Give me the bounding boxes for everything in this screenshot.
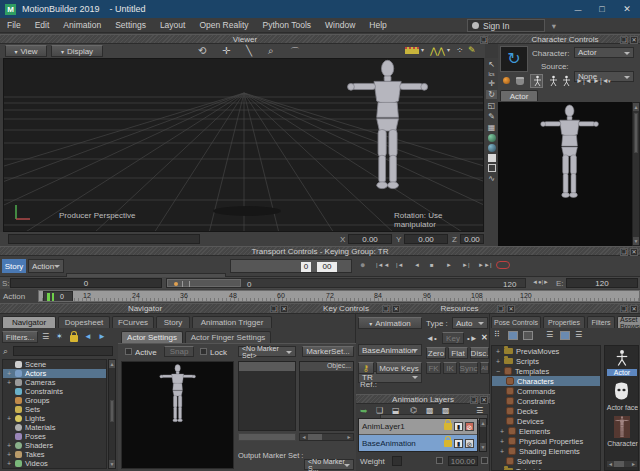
tree-scripts[interactable]: +Scripts	[492, 356, 600, 366]
pan-tool-icon[interactable]: ✛	[222, 45, 230, 56]
tree-item-cameras[interactable]: +Cameras	[3, 378, 106, 387]
character-select[interactable]: Actor	[574, 47, 634, 58]
range-track[interactable]: 0 120	[166, 278, 526, 288]
flat-button[interactable]: Flat	[448, 347, 468, 359]
navigator-close-icon[interactable]: ✕	[280, 305, 288, 313]
lock-filter-icon[interactable]	[70, 335, 78, 342]
list-view-icon[interactable]: ☰	[546, 330, 553, 339]
active-checkbox[interactable]	[125, 348, 132, 355]
character-view[interactable]	[498, 102, 632, 246]
story-toggle[interactable]: Story	[2, 259, 26, 273]
scroll-down-icon[interactable]: ▼	[633, 237, 639, 245]
tree-devices[interactable]: Devices	[492, 416, 600, 426]
curve-pen-icon[interactable]: ✎	[468, 45, 476, 55]
tab-dopesheet[interactable]: Dopesheet	[58, 316, 110, 328]
next-key-button[interactable]: ►|	[462, 262, 470, 268]
coord-x-value[interactable]: 0.00	[348, 234, 392, 244]
mirror-pose-icon[interactable]	[548, 75, 559, 87]
layer-mute-icon[interactable]: ⊘	[465, 422, 474, 431]
tab-actor-finger-settings[interactable]: Actor Finger Settings	[185, 331, 271, 343]
range-start-field[interactable]: 0	[10, 278, 162, 288]
layers-scrollbar[interactable]: ▲▼	[479, 418, 487, 452]
sync-button[interactable]: Sync	[459, 362, 478, 374]
animation-layers-close-icon[interactable]: ✕	[480, 396, 488, 404]
weight-value-field[interactable]: 100.00	[448, 456, 478, 466]
merge-layer-icon[interactable]: ⌬	[410, 406, 417, 415]
animation-menu-button[interactable]: ▾Animation	[358, 317, 422, 329]
character-figure-icon[interactable]	[530, 74, 543, 88]
tree-item-takes[interactable]: +Takes	[3, 450, 106, 459]
character-asset-label[interactable]: Character	[605, 440, 639, 447]
actor-asset-icon[interactable]	[614, 349, 630, 367]
tree-item-lights[interactable]: +Lights	[3, 414, 106, 423]
tree-item-groups[interactable]: Groups	[3, 396, 106, 405]
step-back-button[interactable]: ◄	[414, 262, 420, 268]
filters-button[interactable]: Filters...	[2, 331, 38, 343]
tree-item-materials[interactable]: Materials	[3, 423, 106, 432]
play-button[interactable]: ►	[446, 262, 452, 268]
layer-box2-icon[interactable]: ▩	[442, 406, 450, 415]
transport-pin-icon[interactable]: ❏	[620, 248, 628, 256]
trajectory-caret-icon[interactable]: ▾	[447, 46, 450, 53]
marker-list-footer[interactable]	[238, 433, 296, 441]
key-next-pose-icon[interactable]: ►|◄	[593, 77, 609, 84]
favorites-icon[interactable]: ✶	[56, 332, 63, 341]
tree-shading-elements[interactable]: +Shading Elements	[492, 446, 600, 456]
move-keys-button[interactable]: Move Keys	[376, 362, 422, 374]
tree-item-constraints[interactable]: Constraints	[3, 387, 106, 396]
object-list-hscroll[interactable]: ◄ ►	[299, 433, 354, 441]
tree-tutorials[interactable]: Tutorials	[492, 466, 600, 471]
fk-button[interactable]: FK	[426, 362, 441, 374]
layer-row-baseanimation[interactable]: BaseAnimation ▮ ⊘	[359, 435, 477, 451]
range-handle[interactable]	[167, 279, 241, 287]
menu-window[interactable]: Window	[318, 20, 362, 30]
search-input[interactable]	[13, 346, 113, 356]
resources-pane-header[interactable]: Resources ❏✕	[402, 303, 517, 314]
layer-lock-icon[interactable]	[444, 440, 452, 447]
lock-checkbox[interactable]	[200, 348, 207, 355]
driven-key-icon[interactable]: ✎	[488, 112, 495, 121]
transport-pane-header[interactable]: Transport Controls - Keying Group: TR ❏ …	[0, 246, 640, 256]
tree-physical-properties[interactable]: +Physical Properties	[492, 436, 600, 446]
tree-previamoves[interactable]: +PreviaMoves	[492, 346, 600, 356]
tree-item-videos[interactable]: +Videos	[3, 459, 106, 468]
disc-button[interactable]: Disc.	[470, 347, 489, 359]
stop-button[interactable]: ■	[430, 262, 434, 268]
ik-button[interactable]: IK	[443, 362, 457, 374]
spare-pin-icon[interactable]: ❏	[620, 305, 628, 313]
timeline-playhead[interactable]: 0	[43, 291, 73, 302]
local-coords-icon[interactable]: lcs	[488, 71, 494, 77]
zero-button[interactable]: Zero	[426, 347, 446, 359]
timeline-display-caret-icon[interactable]: ▾	[421, 46, 424, 53]
menu-open-reality[interactable]: Open Reality	[192, 20, 255, 30]
layer-mute-icon[interactable]: ⊘	[465, 439, 474, 448]
delete-key-icon[interactable]: ✕	[481, 333, 488, 342]
tree-view-icon[interactable]: ⠿	[494, 330, 500, 339]
tab-animation-trigger[interactable]: Animation Trigger	[192, 316, 272, 328]
animation-layers-header[interactable]: Animation Layers ❏✕	[356, 394, 490, 404]
minimize-button[interactable]: —	[566, 6, 590, 13]
detail-view-icon[interactable]: ☰	[575, 330, 582, 339]
marker-list[interactable]	[238, 361, 296, 431]
camera-switch-icon[interactable]: ▦	[488, 123, 496, 132]
menu-layout[interactable]: Layout	[153, 20, 193, 30]
anim-layer-select[interactable]: BaseAnimation	[358, 344, 422, 356]
character-controls-logo[interactable]: ↻	[500, 46, 528, 72]
menu-animation[interactable]: Animation	[56, 20, 108, 30]
material-sphere-icon[interactable]	[488, 134, 496, 142]
mode-select[interactable]: Action	[28, 259, 64, 273]
timeline-ruler[interactable]: 0 12 24 36 48 60 72 84 96 108 120	[38, 290, 640, 302]
timecode-display[interactable]: 0 00	[230, 259, 352, 273]
character-controls-pin-icon[interactable]: ❏	[620, 36, 628, 44]
tab-asset-browser[interactable]: Asset Browser	[617, 316, 640, 328]
actor-face-asset-icon[interactable]	[613, 382, 630, 402]
view-menu-button[interactable]: ▾View	[5, 45, 47, 57]
layer-lock-icon[interactable]	[444, 423, 452, 430]
goto-end-button[interactable]: ►►|	[478, 262, 491, 268]
key-controls-pane-header[interactable]: Key Controls ❏✕	[290, 303, 402, 314]
range-end-field[interactable]: 120	[566, 278, 638, 288]
key-prev-pose-icon[interactable]: ►|◄	[576, 77, 592, 84]
new-layer-icon[interactable]: ➥	[360, 406, 368, 416]
icon-view-icon[interactable]	[560, 331, 570, 340]
actor-asset-label[interactable]: Actor	[607, 369, 637, 376]
